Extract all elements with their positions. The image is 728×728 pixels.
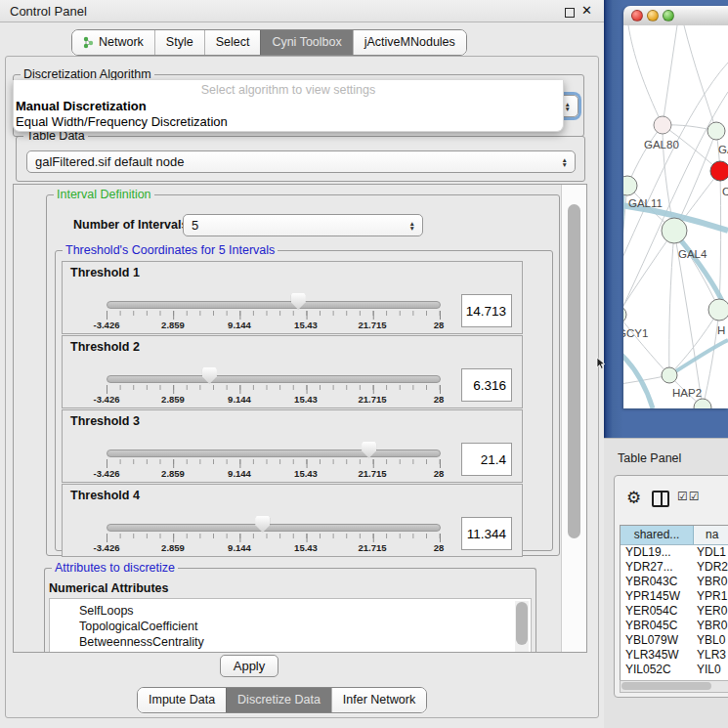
threshold-4-value[interactable]: 11.344 [461, 517, 512, 550]
table-row[interactable]: YBR043CYBR0 [621, 575, 728, 589]
node-hap2[interactable] [662, 367, 677, 383]
panel-title: Control Panel [10, 4, 87, 19]
node-gal4[interactable] [662, 218, 687, 243]
network-canvas[interactable]: GAL80GACGAL11GAL4GCY1HHAP2 [623, 25, 728, 408]
tick-label: 9.144 [228, 394, 251, 405]
node-gal11[interactable] [623, 176, 637, 195]
column-header-shared-name[interactable]: shared... [621, 526, 694, 544]
tick-label: 9.144 [228, 320, 251, 330]
tick-label: 2.859 [161, 394, 185, 405]
tick-label: 15.43 [294, 542, 318, 553]
attribute-item[interactable]: BetweennessCentrality [50, 634, 531, 650]
tick-label: 21.715 [358, 542, 386, 553]
algorithm-hint: Select algorithm to view settings [14, 83, 563, 97]
attributes-scrollbar-thumb[interactable] [516, 602, 528, 645]
node-label: GAL4 [678, 248, 707, 260]
tick-label: 15.43 [294, 394, 318, 405]
control-panel: Control Panel ✕ Network Style Select Cyn… [0, 0, 604, 728]
node-table: shared... na YDL19...YDL1YDR27...YDR2YBR… [620, 525, 728, 681]
spinner-icon: ▲▼ [409, 221, 415, 231]
attributes-scrollbar[interactable] [515, 601, 529, 653]
numerical-attributes-list[interactable]: SelfLoopsTopologicalCoefficientBetweenne… [49, 598, 532, 653]
node-label: HAP2 [672, 387, 702, 399]
tick-label: 28 [434, 468, 445, 479]
threshold-1-track[interactable] [107, 301, 441, 309]
table-row[interactable]: YPR145WYPR1 [621, 589, 728, 604]
threshold-3-ticks [107, 459, 441, 468]
zoom-traffic-light-icon[interactable] [663, 10, 674, 21]
threshold-3-track[interactable] [107, 450, 441, 457]
tab-discretize-data[interactable]: Discretize Data [226, 688, 331, 712]
table-row[interactable]: YER054CYER0 [621, 604, 728, 619]
threshold-2-tick-labels: -3.4262.8599.14415.4321.71528 [63, 394, 522, 406]
tick-label: 2.859 [161, 320, 185, 330]
threshold-1-ticks [107, 311, 441, 320]
column-header-name[interactable]: na [694, 526, 728, 544]
float-window-icon[interactable] [565, 8, 575, 18]
threshold-4-ticks [107, 534, 441, 542]
tab-jactivemnodules[interactable]: jActiveMNodules [353, 30, 466, 55]
node-label: GAL11 [628, 197, 663, 209]
threshold-3-value[interactable]: 21.4 [461, 443, 512, 476]
close-icon[interactable]: ✕ [581, 3, 592, 18]
settings-scrollbar-thumb[interactable] [568, 204, 580, 538]
table-row[interactable]: YDL19...YDL1 [621, 545, 728, 560]
tab-network[interactable]: Network [72, 30, 154, 55]
gear-icon[interactable]: ⚙ [626, 488, 641, 508]
tick-label: -3.426 [94, 468, 120, 479]
spinner-icon: ▲▼ [565, 102, 571, 111]
close-traffic-light-icon[interactable] [631, 10, 643, 21]
tab-select[interactable]: Select [204, 30, 261, 55]
thresholds-group: Threshold's Coordinates for 5 Intervals … [55, 250, 553, 551]
tick-label: 21.715 [358, 320, 386, 330]
dropdown-item-equal-width[interactable]: Equal Width/Frequency Discretization [16, 114, 228, 129]
tick-label: 15.43 [294, 468, 318, 479]
table-horizontal-scrollbar[interactable] [620, 680, 728, 693]
node-gal80[interactable] [654, 116, 671, 134]
node-right[interactable] [708, 299, 728, 321]
tab-impute-data[interactable]: Impute Data [138, 688, 226, 712]
table-horizontal-scrollbar-thumb[interactable] [621, 682, 711, 690]
table-row[interactable]: YBL079WYBL0 [621, 633, 728, 648]
tab-network-label: Network [99, 30, 144, 55]
dropdown-item-manual[interactable]: Manual Discretization [16, 99, 147, 113]
tick-label: 21.715 [358, 394, 386, 405]
minimize-traffic-light-icon[interactable] [647, 10, 659, 21]
tab-style[interactable]: Style [154, 30, 204, 55]
node-topright[interactable] [707, 122, 725, 140]
number-of-intervals-combobox[interactable]: 5 ▲▼ [183, 214, 423, 236]
settings-scrollbar[interactable] [561, 185, 587, 652]
table-row[interactable]: YIL052CYIL0 [621, 663, 728, 677]
table-data-combobox[interactable]: galFiltered.sif default node ▲▼ [26, 150, 576, 173]
select-columns-icon[interactable]: ☑☑ [677, 490, 701, 503]
tick-label: 9.144 [228, 542, 251, 553]
node-label: GA [718, 144, 728, 155]
attribute-item[interactable]: SelfLoops [50, 603, 531, 619]
threshold-1-value[interactable]: 14.713 [461, 294, 512, 327]
network-window-titlebar[interactable] [623, 6, 728, 26]
spinner-icon: ▲▼ [562, 157, 568, 167]
algorithm-dropdown-popup: Select algorithm to view settings Manual… [13, 80, 564, 132]
tick-label: 9.144 [228, 468, 251, 479]
threshold-4-track[interactable] [107, 524, 441, 532]
node-bottom[interactable] [694, 399, 711, 408]
threshold-2-value[interactable]: 6.316 [461, 368, 512, 402]
threshold-2-track[interactable] [107, 375, 441, 383]
node-gcy1[interactable] [623, 306, 626, 323]
threshold-4-panel: Threshold 4 -3.4262.8599.14415.4321.7152… [62, 484, 523, 557]
table-row[interactable]: YDR27...YDR2 [621, 560, 728, 575]
tick-label: 28 [434, 320, 445, 330]
network-canvas-svg: GAL80GACGAL11GAL4GCY1HHAP2 [623, 25, 728, 408]
table-row[interactable]: YLR345WYLR3 [621, 648, 728, 663]
tick-label: 28 [434, 542, 445, 553]
node-red[interactable] [710, 161, 728, 181]
apply-button[interactable]: Apply [220, 655, 278, 677]
column-layout-icon[interactable] [652, 491, 669, 507]
attribute-item[interactable]: TopologicalCoefficient [50, 619, 531, 634]
table-panel-body: ⚙ ☑☑ shared... na YDL19...YDL1YDR27...YD… [614, 475, 728, 698]
tab-cyni-toolbox[interactable]: Cyni Toolbox [260, 30, 352, 55]
node-label: GAL80 [644, 139, 679, 150]
tab-infer-network[interactable]: Infer Network [331, 688, 426, 712]
attributes-legend: Attributes to discretize [52, 561, 178, 575]
table-row[interactable]: YBR045CYBR0 [621, 619, 728, 633]
